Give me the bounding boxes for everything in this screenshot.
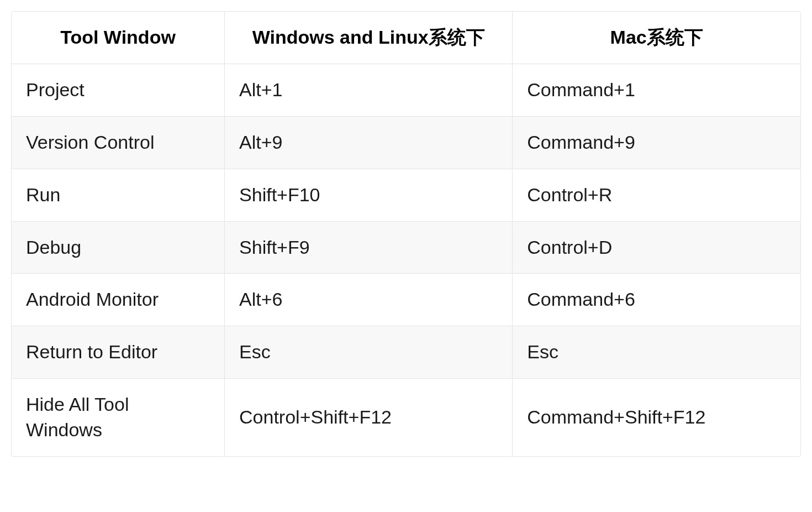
cell-tool-window: Debug (12, 221, 225, 274)
table-row: Run Shift+F10 Control+R (12, 169, 800, 221)
cell-win-linux: Esc (225, 326, 513, 379)
header-mac: Mac系统下 (513, 12, 800, 64)
cell-tool-window: Version Control (12, 116, 225, 169)
cell-mac: Esc (513, 326, 800, 379)
cell-mac: Command+6 (513, 274, 800, 326)
table-header-row: Tool Window Windows and Linux系统下 Mac系统下 (12, 12, 800, 64)
shortcuts-table-wrap: Tool Window Windows and Linux系统下 Mac系统下 … (11, 11, 801, 457)
header-win-linux: Windows and Linux系统下 (225, 12, 513, 64)
cell-mac: Control+D (513, 221, 800, 274)
cell-tool-window: Run (12, 169, 225, 221)
cell-tool-window: Hide All Tool Windows (12, 379, 225, 456)
cell-mac: Control+R (513, 169, 800, 221)
cell-tool-window: Project (12, 64, 225, 116)
table-row: Android Monitor Alt+6 Command+6 (12, 274, 800, 326)
cell-mac: Command+Shift+F12 (513, 379, 800, 456)
table-row: Debug Shift+F9 Control+D (12, 221, 800, 274)
table-row: Return to Editor Esc Esc (12, 326, 800, 379)
cell-tool-window: Android Monitor (12, 274, 225, 326)
cell-tool-window: Return to Editor (12, 326, 225, 379)
cell-win-linux: Control+Shift+F12 (225, 379, 513, 456)
cell-win-linux: Shift+F9 (225, 221, 513, 274)
cell-win-linux: Alt+6 (225, 274, 513, 326)
cell-mac: Command+9 (513, 116, 800, 169)
cell-win-linux: Shift+F10 (225, 169, 513, 221)
cell-win-linux: Alt+1 (225, 64, 513, 116)
cell-mac: Command+1 (513, 64, 800, 116)
table-row: Project Alt+1 Command+1 (12, 64, 800, 116)
shortcuts-table: Tool Window Windows and Linux系统下 Mac系统下 … (12, 12, 800, 456)
table-row: Version Control Alt+9 Command+9 (12, 116, 800, 169)
table-row: Hide All Tool Windows Control+Shift+F12 … (12, 379, 800, 456)
header-tool-window: Tool Window (12, 12, 225, 64)
cell-win-linux: Alt+9 (225, 116, 513, 169)
